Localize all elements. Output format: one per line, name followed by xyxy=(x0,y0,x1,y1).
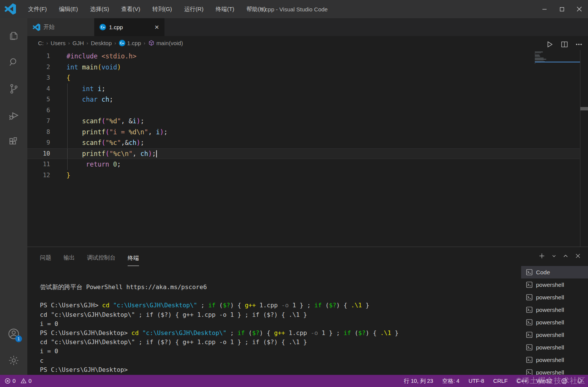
source-control-icon[interactable] xyxy=(5,80,23,98)
new-terminal-icon[interactable] xyxy=(538,252,545,260)
text-segment: , xyxy=(133,150,140,157)
breadcrumb-item[interactable]: GJH xyxy=(73,40,84,46)
minimize-button[interactable] xyxy=(536,0,553,18)
errors-indicator[interactable]: 0 xyxy=(5,378,16,384)
status-item[interactable]: Win32 xyxy=(536,378,552,384)
text-segment: \n xyxy=(121,150,128,157)
maximize-panel-icon[interactable] xyxy=(563,253,569,259)
extensions-icon[interactable] xyxy=(5,133,23,151)
warning-icon xyxy=(21,378,27,384)
explorer-icon[interactable] xyxy=(5,27,23,45)
code-line[interactable]: 12} xyxy=(27,170,580,181)
cpp-file-icon: C+ xyxy=(119,40,125,46)
code-line[interactable]: 3{ xyxy=(27,72,580,83)
terminal-list-item[interactable]: powershell xyxy=(521,329,588,341)
account-icon[interactable]: 1 xyxy=(5,325,23,343)
activity-bar: 1 xyxy=(0,18,27,375)
code-line[interactable]: 1#include <stdio.h> xyxy=(27,51,580,62)
code-line[interactable]: 11 return 0; xyxy=(27,159,580,170)
breadcrumb-item[interactable]: C: xyxy=(38,40,44,46)
menu-item-运行(R)[interactable]: 运行(R) xyxy=(179,3,209,15)
warnings-indicator[interactable]: 0 xyxy=(21,378,32,384)
text-segment: scanf xyxy=(82,139,101,146)
panel-tab-终端[interactable]: 终端 xyxy=(128,255,139,266)
terminal-list-item[interactable]: powershell xyxy=(521,278,588,291)
error-icon xyxy=(5,378,11,384)
close-panel-icon[interactable] xyxy=(575,253,581,259)
editor-scrollbar[interactable] xyxy=(580,50,588,247)
code-line[interactable]: 10 printf("%c\n", ch); xyxy=(27,148,580,159)
menu-item-查看(V)[interactable]: 查看(V) xyxy=(116,3,145,15)
breadcrumb-item[interactable]: Desktop xyxy=(91,40,112,46)
status-item[interactable]: UTF-8 xyxy=(469,378,484,384)
panel-tab-问题[interactable]: 问题 xyxy=(40,254,51,266)
code-line[interactable]: 2int main(void) xyxy=(27,62,580,73)
terminal-output[interactable]: 尝试新的跨平台 PowerShell https://aka.ms/pscore… xyxy=(27,266,521,375)
symbol-method-icon xyxy=(148,40,155,46)
breadcrumb-item[interactable]: main(void) xyxy=(148,40,183,46)
text-segment: if xyxy=(237,329,245,337)
run-debug-icon[interactable] xyxy=(5,106,23,124)
terminal-dropdown-icon[interactable] xyxy=(552,253,556,258)
terminal-icon xyxy=(526,344,533,351)
cpp-file-icon: C+ xyxy=(100,24,106,30)
search-icon[interactable] xyxy=(5,53,23,71)
text-segment: & xyxy=(125,139,129,146)
split-editor-icon[interactable] xyxy=(561,41,568,48)
menu-item-编辑(E)[interactable]: 编辑(E) xyxy=(54,3,83,15)
code-line[interactable]: 6 xyxy=(27,105,580,116)
code-line[interactable]: 8 printf("i = %d\n", i); xyxy=(27,127,580,138)
bell-icon[interactable] xyxy=(577,378,583,384)
text-segment: ; xyxy=(226,329,237,337)
terminal-list-item[interactable]: powershell xyxy=(521,291,588,304)
code-text: #include <stdio.h> xyxy=(66,51,136,62)
text-segment: .\1 xyxy=(380,329,391,337)
terminal-list-item[interactable]: powershell xyxy=(521,366,588,375)
close-window-button[interactable] xyxy=(571,0,588,18)
tab-strip: 开始C+1.cpp✕ xyxy=(27,18,588,36)
maximize-button[interactable] xyxy=(553,0,571,18)
code-line[interactable]: 4 int i; xyxy=(27,83,580,94)
settings-gear-icon[interactable] xyxy=(5,351,23,370)
status-item[interactable]: C++ xyxy=(517,378,527,384)
text-segment: $? xyxy=(329,302,336,309)
text-segment: 0 xyxy=(113,160,117,168)
code-line[interactable]: 5 char ch; xyxy=(27,94,580,105)
feedback-smiley-icon[interactable] xyxy=(561,378,567,384)
menu-item-转到(G)[interactable]: 转到(G) xyxy=(147,3,177,15)
close-tab-icon[interactable]: ✕ xyxy=(154,24,159,31)
text-segment xyxy=(109,160,113,168)
line-number: 4 xyxy=(27,83,50,94)
minimap-line xyxy=(535,59,546,60)
text-segment: \n xyxy=(136,128,144,136)
terminal-list-item[interactable]: powershell xyxy=(521,341,588,354)
menu-item-文件(F)[interactable]: 文件(F) xyxy=(23,3,52,15)
menu-item-终端(T)[interactable]: 终端(T) xyxy=(210,3,240,15)
text-segment: , xyxy=(148,128,156,136)
breadcrumb-item[interactable]: C+1.cpp xyxy=(119,40,141,46)
run-file-icon[interactable] xyxy=(545,40,554,49)
text-segment: " xyxy=(144,128,148,136)
code-line[interactable]: 9 scanf("%c",&ch); xyxy=(27,137,580,148)
status-item[interactable]: CRLF xyxy=(493,378,508,384)
breadcrumb-item[interactable]: Users xyxy=(51,40,65,46)
panel-tab-输出[interactable]: 输出 xyxy=(63,254,75,266)
status-item[interactable]: 空格: 4 xyxy=(442,378,459,385)
tab-开始[interactable]: 开始 xyxy=(27,18,94,36)
terminal-list-item[interactable]: Code xyxy=(521,266,588,278)
status-item[interactable]: 行 10, 列 23 xyxy=(404,378,433,385)
terminal-list-item[interactable]: powershell xyxy=(521,316,588,329)
terminal-list-item[interactable]: powershell xyxy=(521,354,588,366)
menu-item-选择(S)[interactable]: 选择(S) xyxy=(85,3,114,15)
terminal-list-item[interactable]: powershell xyxy=(521,304,588,316)
editor-actions xyxy=(545,40,583,49)
line-number: 2 xyxy=(27,62,50,73)
minimap[interactable] xyxy=(535,52,580,64)
text-segment: i xyxy=(156,128,160,136)
tab-1.cpp[interactable]: C+1.cpp✕ xyxy=(94,18,164,36)
code-line[interactable]: 7 scanf("%d", &i); xyxy=(27,116,580,127)
code-editor[interactable]: 1#include <stdio.h>2int main(void)3{4 in… xyxy=(27,50,588,247)
more-actions-icon[interactable] xyxy=(575,41,583,48)
panel-tab-调试控制台[interactable]: 调试控制台 xyxy=(87,254,115,266)
scrollbar-thumb[interactable] xyxy=(580,107,588,110)
